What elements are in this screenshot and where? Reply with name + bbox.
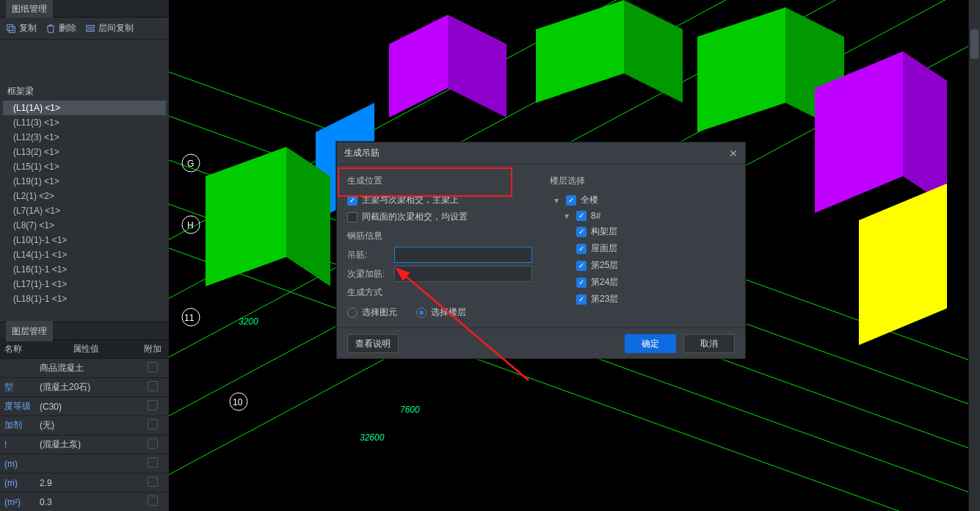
checkbox-icon[interactable] [148,419,158,430]
sub-rebar-input[interactable] [394,266,532,282]
checkbox-icon[interactable] [148,438,158,449]
sub-rebar-label: 次梁加筋: [347,268,388,280]
checkbox-icon[interactable] [148,457,158,468]
layer-row-extra[interactable] [137,454,169,473]
svg-marker-20 [206,147,286,286]
floor-root-checkbox[interactable] [566,195,576,206]
svg-marker-14 [697,7,785,132]
mode-elements[interactable]: 选择图元 [347,306,397,319]
layer-row-value: (混凝土泵) [35,435,137,454]
floor-building[interactable]: ▾ 8# [554,209,735,223]
floor-item[interactable]: 构架层 [554,223,735,240]
frame-beam-item[interactable]: (L16(1)-1 <1> [3,262,166,277]
frame-beam-item[interactable]: (L18(1)-1 <1> [3,291,166,306]
drawing-mgmt-header: 图纸管理 [0,0,169,18]
floor-copy-label: 层间复制 [98,22,134,35]
checkbox-icon[interactable] [148,400,158,410]
layer-row[interactable]: 商品混凝土 [0,358,169,377]
floor-item-checkbox[interactable] [576,227,587,237]
floor-select-title: 楼层选择 [550,175,735,187]
checkbox-icon[interactable] [148,362,158,372]
caret-icon: ▾ [565,211,572,221]
gen-pos-opt1-checkbox[interactable] [347,195,357,206]
frame-beam-item[interactable]: (L13(2) <1> [3,145,166,159]
close-icon[interactable]: ✕ [729,148,738,159]
delete-button[interactable]: 删除 [46,22,76,35]
gen-pos-opt2-row[interactable]: 同截面的次梁相交，均设置 [347,209,532,225]
floor-item-checkbox[interactable] [576,294,587,305]
floor-copy-icon [85,23,95,34]
layer-row[interactable]: 度等级(C30) [0,396,169,416]
layer-mgmt-tab[interactable]: 图层管理 [6,321,53,341]
frame-beam-item[interactable]: (L12(3) <1> [3,130,166,145]
floor-item[interactable]: 屋面层 [554,240,735,257]
floor-item[interactable]: 第24层 [554,274,735,291]
frame-beam-item[interactable]: (L11(3) <1> [3,115,166,130]
floor-item-checkbox[interactable] [576,278,587,288]
axis-label: G [187,159,194,169]
viewport-scrollbar[interactable] [968,0,980,511]
copy-button[interactable]: 复制 [6,22,37,35]
frame-beam-item[interactable]: (L15(1) <1> [3,159,166,174]
floor-root[interactable]: ▾ 全楼 [554,192,735,209]
hanger-input[interactable] [394,247,532,263]
generate-hanger-dialog: 生成吊筋 ✕ 生成位置 主梁与次梁相交，主梁上 同截面的次梁相交，均设置 钢筋信… [336,142,746,359]
floor-item-checkbox[interactable] [576,244,587,254]
frame-beam-item[interactable]: (L8(7) <1> [3,218,166,233]
floor-item[interactable]: 第23层 [554,291,735,308]
floor-item[interactable]: 第25层 [554,257,735,274]
dialog-left-column: 生成位置 主梁与次梁相交，主梁上 同截面的次梁相交，均设置 钢筋信息 吊筋: 次… [347,170,532,327]
help-button[interactable]: 查看说明 [347,334,399,353]
layer-grid-header: 名称 属性值 附加 [0,340,169,358]
layer-row-extra[interactable] [137,359,169,377]
frame-beam-item[interactable]: (L10(1)-1 <1> [3,233,166,247]
frame-beam-item[interactable]: (L19(1) <1> [3,174,166,189]
layer-row-value: 商品混凝土 [35,359,137,377]
layer-row[interactable]: (m)2.9 [0,473,169,492]
checkbox-icon[interactable] [148,476,158,487]
layer-row-extra[interactable] [137,416,169,435]
floor-building-checkbox[interactable] [576,211,587,221]
layer-row[interactable]: 型(混凝土20石) [0,377,169,396]
layer-row-extra[interactable] [137,474,169,492]
svg-rect-29 [87,29,95,31]
delete-icon [46,23,56,34]
layer-row[interactable]: !(混凝土泵) [0,435,169,454]
floor-copy-button[interactable]: 层间复制 [85,22,134,35]
dialog-titlebar[interactable]: 生成吊筋 ✕ [337,142,745,164]
delete-label: 删除 [59,22,76,35]
gen-pos-opt1-row[interactable]: 主梁与次梁相交，主梁上 [347,192,532,209]
gen-pos-opt2-checkbox[interactable] [347,212,357,222]
frame-beam-item[interactable]: (L1(1A) <1> [3,101,166,115]
svg-marker-13 [624,0,683,103]
layer-row-extra[interactable] [137,397,169,416]
radio-icon [416,308,427,318]
layer-row[interactable]: 加剂(无) [0,416,169,435]
layer-row-extra[interactable] [137,378,169,396]
dialog-title-text: 生成吊筋 [344,147,380,159]
layer-row-value: (混凝土20石) [35,378,137,396]
checkbox-icon[interactable] [148,496,158,506]
mode-floors[interactable]: 选择楼层 [416,306,466,319]
frame-beam-item[interactable]: (L7(1A) <1> [3,203,166,218]
layer-row-extra[interactable] [137,435,169,454]
svg-marker-12 [536,0,624,103]
svg-marker-10 [389,15,448,117]
frame-beam-item[interactable]: (L2(1) <2> [3,189,166,203]
layer-row-name: (m²) [0,494,35,510]
frame-beam-item[interactable]: (L17(1)-1 <1> [3,277,166,291]
dialog-right-column: 楼层选择 ▾ 全楼 ▾ 8# 构架层屋面层第25层第24层第23层 [550,170,735,327]
ok-button[interactable]: 确定 [625,334,676,353]
cancel-button[interactable]: 取消 [683,334,735,353]
layer-row[interactable]: (m²)0.3 [0,492,169,511]
drawing-mgmt-tab[interactable]: 图纸管理 [6,0,53,19]
layer-row-extra[interactable] [137,493,169,511]
dim-text: 32600 [360,432,385,443]
scrollbar-thumb[interactable] [970,29,979,59]
layer-row[interactable]: (m) [0,454,169,473]
axis-label: H [187,220,194,231]
floor-item-checkbox[interactable] [576,261,587,271]
layer-row-value [35,461,137,467]
checkbox-icon[interactable] [148,381,158,391]
frame-beam-item[interactable]: (L14(1)-1 <1> [3,247,166,262]
